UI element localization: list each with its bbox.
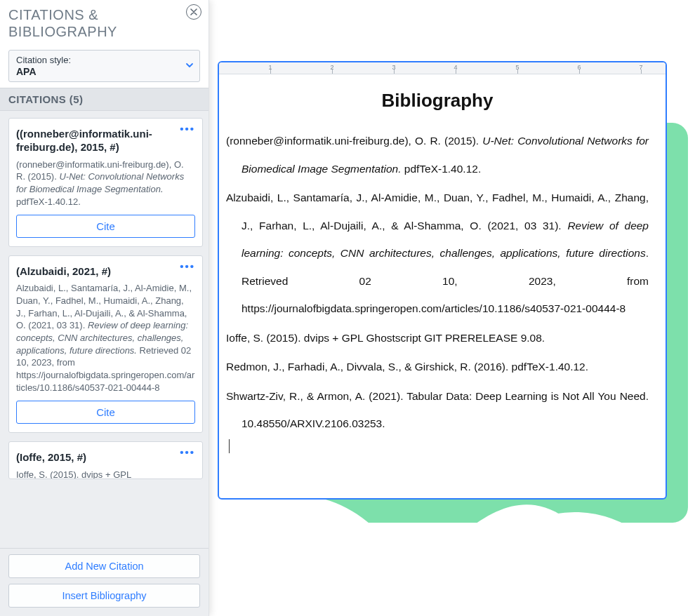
citation-description: (ronneber@informatik.uni-freiburg.de), O… (16, 159, 195, 208)
citations-section-header: CITATIONS (5) (0, 88, 208, 111)
citation-style-select[interactable]: Citation style: APA (8, 50, 200, 82)
document-preview: 1 2 3 4 5 6 7 Bibliography (ronneber@inf… (218, 61, 667, 500)
chevron-down-icon (185, 60, 194, 72)
bibliography-entry: Shwartz-Ziv, R., & Armon, A. (2021). Tab… (226, 382, 649, 438)
bibliography-entry: (ronneber@informatik.uni-freiburg.de), O… (226, 127, 649, 182)
cite-button[interactable]: Cite (16, 215, 195, 238)
bibliography-entry: Redmon, J., Farhadi, A., Divvala, S., & … (226, 353, 649, 381)
document-title: Bibliography (226, 90, 649, 112)
ruler-tick: 1 (265, 64, 275, 74)
bibliography-entry: Ioffe, S. (2015). dvips + GPL Ghostscrip… (226, 324, 649, 352)
ruler-tick: 7 (636, 64, 646, 74)
document-body[interactable]: Bibliography (ronneber@informatik.uni-fr… (219, 74, 666, 498)
more-options-button[interactable]: ••• (178, 262, 197, 271)
citation-card: ••• ((ronneber@informatik.uni-freiburg.d… (8, 118, 203, 247)
close-button[interactable] (186, 4, 201, 20)
bibliography-entry: Alzubaidi, L., Santamaría, J., Al-Amidie… (226, 184, 649, 323)
citation-title: (Ioffe, 2015, #) (16, 450, 195, 464)
citations-sidebar: CITATIONS & BIBLIOGRAPHY Citation style:… (0, 0, 209, 616)
citation-style-label: Citation style: (16, 55, 180, 65)
sidebar-footer: Add New Citation Insert Bibliography (0, 548, 208, 616)
sidebar-header: CITATIONS & BIBLIOGRAPHY (0, 0, 208, 43)
horizontal-ruler: 1 2 3 4 5 6 7 (219, 62, 666, 74)
citation-title: ((ronneber@informatik.uni-freiburg.de), … (16, 127, 195, 154)
citation-card: ••• (Ioffe, 2015, #) Ioffe, S. (2015). d… (8, 441, 203, 479)
ruler-tick: 3 (389, 64, 399, 74)
more-options-button[interactable]: ••• (178, 448, 197, 457)
text-cursor (229, 439, 230, 453)
citation-description: Alzubaidi, L., Santamaría, J., Al-Amidie… (16, 282, 195, 394)
more-options-button[interactable]: ••• (178, 124, 197, 133)
ruler-tick: 2 (327, 64, 337, 74)
citation-card: ••• (Alzubaidi, 2021, #) Alzubaidi, L., … (8, 255, 203, 433)
insert-bibliography-button[interactable]: Insert Bibliography (8, 584, 200, 608)
cite-button[interactable]: Cite (16, 401, 195, 424)
citation-description: Ioffe, S. (2015). dvips + GPL (16, 469, 195, 480)
ruler-tick: 4 (451, 64, 461, 74)
sidebar-title: CITATIONS & BIBLIOGRAPHY (8, 7, 178, 40)
citation-style-value: APA (16, 66, 180, 77)
ruler-tick: 6 (574, 64, 584, 74)
add-new-citation-button[interactable]: Add New Citation (8, 554, 200, 578)
citation-title: (Alzubaidi, 2021, #) (16, 265, 195, 278)
close-icon (190, 8, 197, 15)
ruler-tick: 5 (512, 64, 522, 74)
citation-list[interactable]: ••• ((ronneber@informatik.uni-freiburg.d… (0, 111, 208, 548)
